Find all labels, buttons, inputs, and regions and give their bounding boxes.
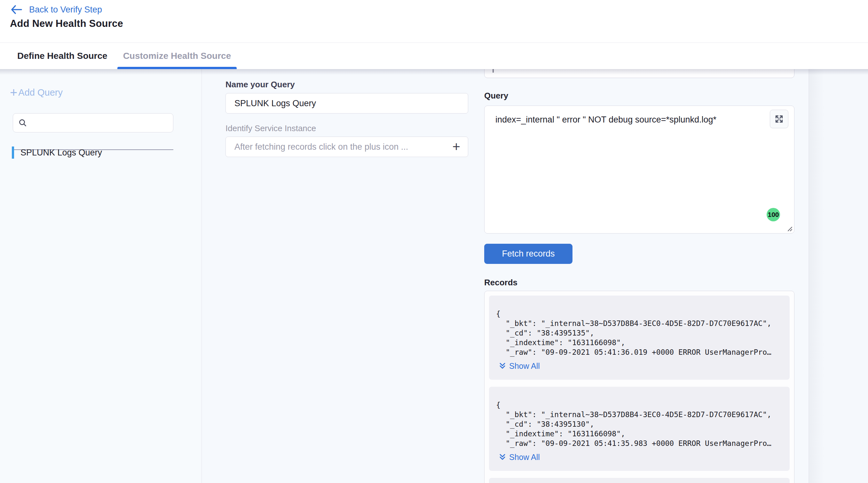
content-area: + Add Query SPLUNK Logs Query Name your … (0, 69, 868, 483)
name-your-query-label: Name your Query (225, 80, 295, 90)
expand-query-button[interactable] (770, 110, 788, 128)
query-sidebar: + Add Query SPLUNK Logs Query (0, 69, 202, 483)
add-query-label: Add Query (18, 87, 63, 98)
record-json-field: "_cd": "38:4395130", (496, 419, 782, 429)
query-label: Query (484, 91, 508, 101)
query-item-label: SPLUNK Logs Query (21, 148, 102, 158)
search-input[interactable] (31, 114, 173, 132)
records-container: { "_bkt": "_internal~38~D537D8B4-3EC0-4D… (484, 291, 795, 483)
add-service-instance-plus-icon[interactable]: + (452, 141, 460, 153)
double-chevron-down-icon (499, 362, 506, 370)
clipped-input-caret (493, 69, 494, 72)
record-open-brace: { (496, 400, 782, 410)
record-json-field: "_bkt": "_internal~38~D537D8B4-3EC0-4D5E… (496, 319, 782, 328)
selected-indicator-bar (12, 147, 14, 159)
record-fields: "_bkt": "_internal~38~D537D8B4-3EC0-4D5E… (496, 319, 782, 357)
back-to-verify-step-link[interactable]: Back to Verify Step (10, 3, 102, 16)
query-name-field (225, 93, 468, 114)
record-card: { "_bkt": "_internal~38~D537D8B4-3EC0-4D… (489, 387, 789, 471)
add-health-source-page: Back to Verify Step Add New Health Sourc… (0, 0, 868, 483)
record-card: { "_bkt": "_internal~38~D537D8B4-3EC0-4D… (489, 296, 789, 380)
show-all-link[interactable]: Show All (499, 361, 782, 371)
double-chevron-down-icon (499, 453, 506, 461)
record-json-field: "_bkt": "_internal~38~D537D8B4-3EC0-4D5E… (496, 410, 782, 419)
page-title: Add New Health Source (10, 18, 123, 29)
identify-service-instance-label: Identify Service Instance (225, 123, 316, 133)
service-instance-input[interactable] (235, 142, 452, 152)
health-source-tabbar: Define Health Source Customize Health So… (0, 42, 868, 69)
record-fields: "_bkt": "_internal~38~D537D8B4-3EC0-4D5E… (496, 410, 782, 448)
records-label: Records (484, 278, 518, 288)
tab-customize-health-source[interactable]: Customize Health Source (117, 43, 237, 69)
query-editor[interactable]: index=_internal " error " NOT debug sour… (484, 105, 795, 234)
show-all-label: Show All (509, 453, 540, 462)
right-background-strip (808, 69, 868, 483)
query-name-input[interactable] (235, 98, 460, 109)
service-instance-field: + (225, 137, 468, 157)
record-json-field: "_raw": "09-09-2021 05:41:36.019 +0000 E… (496, 348, 782, 357)
show-all-label: Show All (509, 361, 540, 371)
record-json-field: "_indextime": "1631166098", (496, 338, 782, 348)
query-text: index=_internal " error " NOT debug sour… (495, 115, 759, 125)
search-icon (19, 119, 27, 127)
sidebar-item-splunk-logs-query[interactable]: SPLUNK Logs Query (12, 147, 178, 159)
page-header: Back to Verify Step Add New Health Sourc… (0, 0, 868, 42)
back-arrow-icon (10, 5, 22, 14)
record-json-field: "_cd": "38:4395135", (496, 328, 782, 338)
record-count-badge: 100 (767, 208, 780, 221)
plus-icon: + (10, 87, 17, 98)
fetch-records-button[interactable]: Fetch records (484, 244, 572, 264)
tab-define-health-source[interactable]: Define Health Source (11, 43, 113, 69)
records-list: { "_bkt": "_internal~38~D537D8B4-3EC0-4D… (489, 296, 789, 471)
record-json-field: "_raw": "09-09-2021 05:41:35.983 +0000 E… (496, 439, 782, 448)
record-json-field: "_indextime": "1631166098", (496, 429, 782, 439)
add-query-button[interactable]: + Add Query (10, 87, 63, 98)
resize-grip-icon[interactable] (785, 224, 793, 232)
show-all-link[interactable]: Show All (499, 453, 782, 462)
query-search-box (13, 113, 173, 132)
record-card-partial (489, 478, 789, 483)
clipped-input-above[interactable] (484, 69, 795, 78)
expand-icon (775, 115, 783, 123)
back-link-label: Back to Verify Step (29, 5, 102, 15)
record-open-brace: { (496, 309, 782, 319)
